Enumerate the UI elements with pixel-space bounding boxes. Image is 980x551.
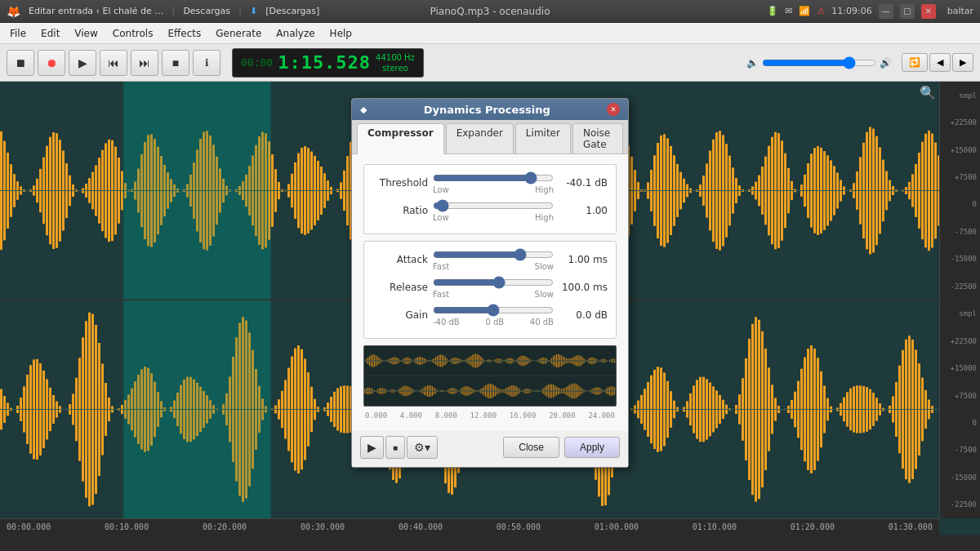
alert-icon: ⚠: [817, 6, 825, 16]
battery-icon: 🔋: [767, 6, 778, 16]
volume-icon: 🔈: [746, 57, 759, 69]
menu-controls[interactable]: Controls: [106, 25, 160, 42]
record-button[interactable]: ⏺: [38, 50, 65, 76]
tl-8: 8.000: [435, 411, 457, 420]
dialog-bottom: ▶ ■ ⚙▾ Close Apply: [352, 431, 628, 467]
toolbar: ⏹ ⏺ ▶ ⏮ ⏭ ■ ℹ 00:00 1:15.528 44100 Hz st…: [0, 44, 980, 82]
download-tab[interactable]: [Descargas]: [265, 6, 319, 16]
tab-noise-gate[interactable]: Noise Gate: [572, 123, 623, 153]
info-button[interactable]: ℹ: [193, 50, 220, 76]
browser-icon: 🦊: [7, 5, 20, 18]
volume-area: 🔈 🔊: [746, 57, 892, 69]
preview-play-button[interactable]: ▶: [360, 436, 384, 459]
tl-label-2: 00:20.000: [203, 522, 247, 531]
tl-12: 12.000: [470, 411, 497, 420]
rewind-button[interactable]: ⏮: [100, 50, 127, 76]
username: baltar: [947, 6, 973, 16]
volume-slider[interactable]: [762, 57, 876, 69]
dialog-title-icon: ◆: [360, 104, 367, 115]
menu-effects[interactable]: Effects: [161, 25, 207, 42]
stop-button[interactable]: ⏹: [7, 50, 34, 76]
menu-help[interactable]: Help: [323, 25, 359, 42]
tl-label-6: 01:00.000: [595, 522, 639, 531]
gain-label: Gain: [372, 309, 428, 321]
ratio-max: High: [535, 213, 554, 222]
app-title: PianoQ.mp3 - ocenaudio: [329, 6, 652, 17]
gain-value: 0.0 dB: [559, 309, 608, 321]
release-min: Fast: [433, 290, 449, 299]
preview-stop-button[interactable]: ■: [385, 436, 405, 459]
gain-slider-container: -40 dB 0 dB 40 dB: [433, 304, 554, 327]
release-label: Release: [372, 282, 428, 293]
gain-mid: 0 dB: [485, 318, 504, 327]
gain-min: -40 dB: [433, 318, 460, 327]
preview-timeline: 0.000 4.000 8.000 12.000 16.000 20.000 2…: [363, 411, 617, 420]
ratio-limits: Low High: [433, 213, 554, 222]
volume-max-icon: 🔊: [880, 57, 892, 69]
timeline-labels: 00:00.000 00:10.000 00:20.000 00:30.000 …: [7, 522, 933, 531]
tl-label-1: 00:10.000: [105, 522, 149, 531]
menu-generate[interactable]: Generate: [209, 25, 268, 42]
titlebar-left: 🦊 Editar entrada ‹ El chalé de … | Desca…: [7, 5, 329, 18]
threshold-slider[interactable]: [433, 171, 554, 184]
tab-compressor[interactable]: Compressor: [357, 123, 444, 154]
attack-slider[interactable]: [433, 248, 554, 261]
tl-24: 24.000: [588, 411, 615, 420]
tab-limiter[interactable]: Limiter: [515, 123, 571, 153]
dialog-content: Threshold Low High -40.1 dB Ratio: [352, 154, 628, 431]
ratio-slider-container: Low High: [433, 199, 554, 222]
gain-max: 40 dB: [530, 318, 554, 327]
threshold-ratio-section: Threshold Low High -40.1 dB Ratio: [363, 164, 617, 234]
nav-back-button[interactable]: ◀: [929, 53, 951, 72]
tl-label-8: 01:20.000: [791, 522, 835, 531]
menu-view[interactable]: View: [68, 25, 104, 42]
play-button[interactable]: ▶: [69, 50, 96, 76]
attack-value: 1.00 ms: [559, 254, 608, 265]
threshold-label: Threshold: [372, 177, 428, 189]
tl-0: 0.000: [365, 411, 387, 420]
dialog-tabs: Compressor Expander Limiter Noise Gate: [352, 120, 628, 154]
release-slider-container: Fast Slow: [433, 276, 554, 299]
apply-button[interactable]: Apply: [564, 437, 620, 458]
gain-slider[interactable]: [433, 304, 554, 317]
tl-label-9: 01:30.000: [889, 522, 933, 531]
ratio-min: Low: [433, 213, 449, 222]
right-toolbar: 🔁 ◀ ▶: [902, 53, 973, 72]
close-button[interactable]: ✕: [921, 4, 936, 19]
download-icon: ⬇: [250, 6, 257, 16]
menu-edit[interactable]: Edit: [34, 25, 66, 42]
tab1-label[interactable]: Editar entrada ‹ El chalé de …: [29, 6, 163, 16]
fast-forward-button[interactable]: ⏭: [131, 50, 158, 76]
loop-button[interactable]: 🔁: [902, 53, 928, 72]
release-slider[interactable]: [433, 276, 554, 289]
pause-button[interactable]: ■: [162, 50, 189, 76]
preview-waveform: [363, 345, 617, 407]
transport-display: 00:00 1:15.528 44100 Hz stereo: [232, 48, 424, 78]
clock: 11:09:06: [831, 6, 871, 16]
tl-label-7: 01:10.000: [693, 522, 737, 531]
ratio-slider[interactable]: [433, 199, 554, 212]
tl-label-5: 00:50.000: [497, 522, 541, 531]
main-content: // We'll generate waveform bars via JS a…: [0, 82, 980, 535]
menu-file[interactable]: File: [3, 25, 33, 42]
tab2-label[interactable]: Descargas: [183, 6, 230, 16]
wifi-icon: 📶: [799, 6, 810, 16]
dialog-overlay: ◆ Dynamics Processing ✕ Compressor Expan…: [0, 82, 980, 535]
settings-button[interactable]: ⚙▾: [407, 436, 438, 459]
release-limits: Fast Slow: [433, 290, 554, 299]
minimize-button[interactable]: —: [879, 4, 893, 19]
close-button[interactable]: Close: [503, 437, 559, 458]
tab-divider2: |: [238, 6, 242, 17]
tab-expander[interactable]: Expander: [446, 123, 514, 153]
attack-release-gain-section: Attack Fast Slow 1.00 ms Release: [363, 241, 617, 339]
dialog-close-button[interactable]: ✕: [607, 103, 620, 116]
menu-analyze[interactable]: Analyze: [270, 25, 321, 42]
threshold-max: High: [535, 185, 554, 194]
dialog-bottom-left: ▶ ■ ⚙▾: [360, 436, 438, 459]
maximize-button[interactable]: □: [900, 4, 915, 19]
gain-limits: -40 dB 0 dB 40 dB: [433, 318, 554, 327]
tl-4: 4.000: [400, 411, 422, 420]
nav-forward-button[interactable]: ▶: [952, 53, 973, 72]
attack-min: Fast: [433, 262, 449, 271]
mail-icon: ✉: [785, 6, 792, 16]
